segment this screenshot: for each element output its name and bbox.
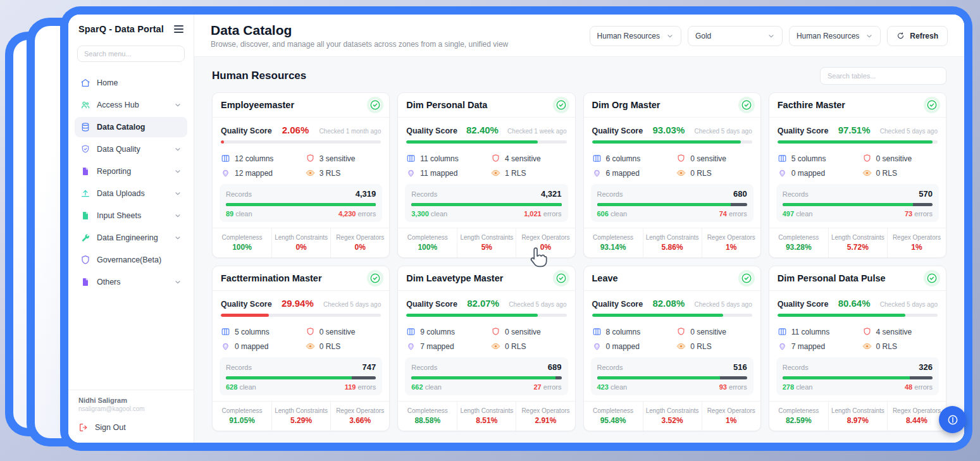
sidebar-item-home[interactable]: Home xyxy=(75,73,187,93)
quality-bar-fill xyxy=(778,314,906,317)
records-box: Records 4,319 89 clean 4,230 errors xyxy=(220,184,382,222)
sidebar-item-data-engineering[interactable]: Data Engineering xyxy=(75,228,187,248)
shield-icon xyxy=(491,327,500,336)
records-value: 570 xyxy=(919,189,933,199)
check-circle-icon xyxy=(741,273,752,284)
refresh-icon xyxy=(896,32,905,40)
rls-stat: 0 RLS xyxy=(676,341,752,351)
map-pin-icon xyxy=(592,168,602,178)
records-bar xyxy=(783,203,933,206)
quality-bar xyxy=(778,140,938,144)
clean-count: 423 clean xyxy=(597,383,628,391)
dataset-card[interactable]: Dim Leavetype Master Quality Score 82.07… xyxy=(397,266,575,431)
quality-score-label: Quality Score xyxy=(592,300,643,309)
sidebar-item-others[interactable]: Others xyxy=(75,272,187,292)
dataset-card[interactable]: Facthire Master Quality Score 97.51% Che… xyxy=(769,92,946,258)
rls-stat: 3 RLS xyxy=(306,168,381,178)
dataset-card[interactable]: Dim Org Master Quality Score 93.03% Chec… xyxy=(583,92,761,258)
mapped-stat: 7 mapped xyxy=(406,341,491,351)
accessibility-widget-button[interactable] xyxy=(939,406,966,433)
length-constraints-metric: Length Constraints 3.52% xyxy=(643,402,702,431)
sidebar-item-data-quality[interactable]: Data Quality xyxy=(75,139,187,159)
chevron-down-icon xyxy=(666,32,674,40)
completeness-metric: Completeness 95.48% xyxy=(584,402,643,431)
completeness-metric: Completeness 88.58% xyxy=(398,402,457,431)
quality-score-label: Quality Score xyxy=(406,126,457,135)
columns-stat: 5 columns xyxy=(778,154,862,163)
sensitive-stat: 3 sensitive xyxy=(306,154,381,163)
records-bar xyxy=(411,203,561,206)
sidebar-item-label: Data Engineering xyxy=(97,233,158,242)
rls-stat: 0 RLS xyxy=(491,341,566,351)
sidebar-item-governance[interactable]: Governance(Beta) xyxy=(75,250,187,270)
sidebar-item-access-hub[interactable]: Access Hub xyxy=(75,95,187,115)
sidebar-item-input-sheets[interactable]: Input Sheets xyxy=(75,206,187,226)
sidebar-item-reporting[interactable]: Reporting xyxy=(75,161,187,181)
sign-out-button[interactable]: Sign Out xyxy=(68,415,194,443)
completeness-metric: Completeness 93.28% xyxy=(769,228,828,257)
sensitive-stat: 0 sensitive xyxy=(862,154,938,163)
records-box: Records 326 278 clean 48 errors xyxy=(776,357,939,395)
errors-count: 74 errors xyxy=(719,210,747,218)
quality-bar xyxy=(221,140,381,144)
clean-count: 662 clean xyxy=(411,383,442,391)
dataset-card[interactable]: Employeemaster Quality Score 2.06% Check… xyxy=(212,92,390,258)
sidebar-item-label: Reporting xyxy=(97,167,131,176)
sidebar-item-data-uploads[interactable]: Data Uploads xyxy=(75,183,187,204)
length-constraints-metric: Length Constraints 5.86% xyxy=(643,228,702,257)
shield-icon xyxy=(862,154,872,163)
mapped-stat: 7 mapped xyxy=(778,341,862,351)
eye-icon xyxy=(862,168,872,178)
quality-bar xyxy=(406,140,566,144)
sidebar-item-label: Access Hub xyxy=(97,101,139,109)
map-pin-icon xyxy=(406,341,416,351)
quality-score-value: 82.08% xyxy=(652,298,685,309)
regex-operators-metric: Regex Operators 0% xyxy=(330,228,389,257)
users-icon xyxy=(80,100,90,110)
clean-count: 89 clean xyxy=(226,210,252,218)
records-label: Records xyxy=(597,364,623,371)
map-pin-icon xyxy=(778,341,787,351)
quality-score-value: 97.51% xyxy=(838,125,871,135)
dataset-card[interactable]: Leave Quality Score 82.08% Checked 5 day… xyxy=(583,266,761,431)
length-constraints-metric: Length Constraints 0% xyxy=(271,228,330,257)
refresh-label: Refresh xyxy=(910,32,938,40)
quality-bar xyxy=(778,314,938,317)
zone-select[interactable]: Gold xyxy=(688,26,783,46)
dataset-card[interactable]: Dim Personal Data Pulse Quality Score 80… xyxy=(769,266,946,431)
table-search-input[interactable] xyxy=(820,67,946,85)
length-constraints-metric: Length Constraints 5.72% xyxy=(828,228,887,257)
page-title: Data Catalog xyxy=(211,23,508,38)
quality-checked-text: Checked 5 days ago xyxy=(323,301,381,308)
mapped-stat: 6 mapped xyxy=(592,168,677,178)
user-name: Nidhi Saligram xyxy=(78,396,183,404)
cards-grid: Employeemaster Quality Score 2.06% Check… xyxy=(194,92,964,443)
shield-icon xyxy=(676,327,686,336)
page-header: Data Catalog Browse, discover, and manag… xyxy=(194,15,964,57)
dataset-card[interactable]: Dim Personal Data Quality Score 82.40% C… xyxy=(397,92,575,258)
records-box: Records 747 628 clean 119 errors xyxy=(220,357,382,395)
rls-stat: 0 RLS xyxy=(676,168,752,178)
mapped-stat: 11 mapped xyxy=(406,168,491,178)
columns-icon xyxy=(592,327,602,336)
records-label: Records xyxy=(783,364,809,371)
columns-stat: 12 columns xyxy=(221,154,306,163)
quality-bar-fill xyxy=(221,314,269,317)
refresh-button[interactable]: Refresh xyxy=(887,26,948,46)
dataset-title: Dim Personal Data Pulse xyxy=(778,273,886,283)
sidebar-search-input[interactable] xyxy=(77,46,185,62)
sidebar-item-data-catalog[interactable]: Data Catalog xyxy=(75,117,187,137)
sidebar: SparQ - Data Portal Home Access Hub xyxy=(68,15,194,443)
quality-checked-text: Checked 1 week ago xyxy=(507,128,566,135)
chevron-down-icon xyxy=(865,32,873,40)
home-icon xyxy=(80,78,90,88)
dataset-card[interactable]: Facttermination Master Quality Score 29.… xyxy=(212,266,390,431)
check-circle-icon xyxy=(369,273,381,284)
length-constraints-metric: Length Constraints 8.97% xyxy=(828,402,887,431)
domain-select[interactable]: Human Resources xyxy=(590,26,681,46)
records-label: Records xyxy=(226,190,252,198)
menu-toggle-icon[interactable] xyxy=(174,25,183,32)
logout-icon xyxy=(78,422,89,433)
schema-select[interactable]: Human Resources xyxy=(789,26,881,46)
sidebar-item-label: Governance(Beta) xyxy=(97,255,161,264)
